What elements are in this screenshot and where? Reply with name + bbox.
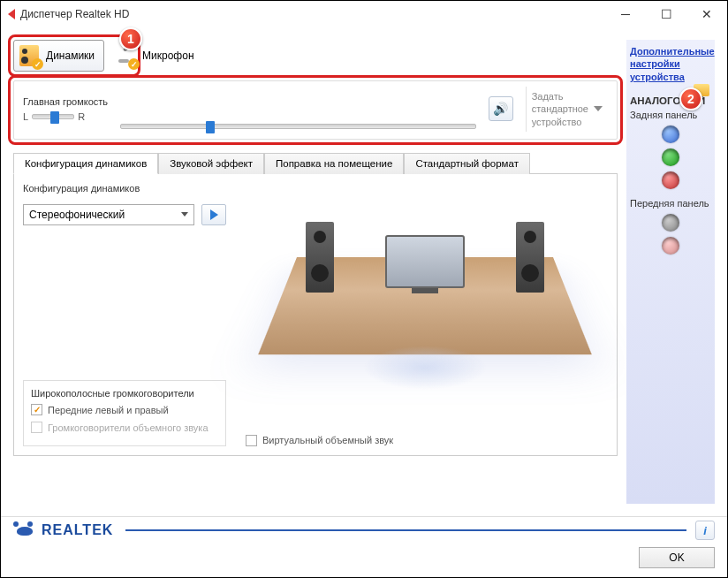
speaker-stage — [242, 183, 608, 430]
config-panel: Конфигурация динамиков Стереофонический … — [13, 173, 618, 456]
speakers-icon: ✓ — [18, 44, 41, 67]
minimize-button[interactable]: ─ — [605, 1, 646, 27]
advanced-settings-link[interactable]: Дополнительные настройки устройства — [630, 45, 711, 83]
side-panel: Дополнительные настройки устройства 2 АН… — [626, 40, 715, 504]
front-lr-label: Передние левый и правый — [48, 404, 169, 416]
speaker-right-icon[interactable] — [516, 222, 544, 293]
footer: REALTEK i — [1, 516, 727, 547]
set-default-device-dropdown[interactable]: Задать стандартное устройство — [526, 87, 608, 132]
device-tab-speakers-label: Динамики — [46, 49, 95, 62]
default-device-line: Задать — [532, 90, 588, 103]
default-device-line: устройство — [532, 116, 588, 128]
virtual-surround-label: Виртуальный объемный звук — [262, 435, 393, 445]
speaker-config-select[interactable]: Стереофонический — [23, 204, 194, 225]
balance-slider[interactable] — [32, 114, 74, 119]
chevron-down-icon — [181, 212, 188, 217]
mute-button[interactable]: 🔊 — [489, 96, 513, 121]
tab-default-format[interactable]: Стандартный формат — [404, 153, 530, 174]
tv-icon — [385, 235, 465, 288]
front-lr-checkbox[interactable]: ✓ — [31, 404, 42, 415]
device-tab-speakers[interactable]: ✓ Динамики — [13, 40, 104, 72]
speaker-config-value: Стереофонический — [29, 209, 125, 221]
virtual-surround-checkbox[interactable] — [246, 435, 257, 446]
wideband-title: Широкополосные громкоговорители — [31, 388, 218, 399]
sound-icon: 🔊 — [493, 102, 508, 116]
tab-room-correction[interactable]: Поправка на помещение — [264, 153, 404, 174]
jack-rear-blue[interactable] — [662, 125, 679, 143]
brand-label: REALTEK — [42, 522, 113, 538]
chevron-down-icon — [594, 106, 603, 111]
balance-right-label: R — [78, 111, 85, 122]
tab-speaker-config[interactable]: Конфигурация динамиков — [13, 153, 158, 174]
check-icon: ✓ — [32, 58, 43, 70]
jack-front-1[interactable] — [662, 214, 679, 232]
balance-left-label: L — [23, 111, 28, 122]
default-device-line: стандартное — [532, 103, 588, 115]
realtek-crab-icon — [13, 521, 36, 539]
rear-panel-label: Задняя панель — [630, 110, 711, 120]
config-tabs: Конфигурация динамиков Звуковой эффект П… — [13, 152, 618, 173]
divider — [125, 529, 686, 531]
check-icon: ✓ — [128, 58, 140, 70]
surround-label: Громкоговорители объемного звука — [48, 422, 209, 434]
test-play-button[interactable] — [201, 204, 226, 225]
main-volume-panel: Главная громкость L R 🔊 — [13, 80, 618, 140]
ok-button[interactable]: OK — [639, 547, 715, 568]
jack-rear-red[interactable] — [662, 171, 679, 189]
back-icon[interactable] — [8, 9, 15, 19]
volume-label: Главная громкость — [23, 96, 108, 107]
wideband-group: Широкополосные громкоговорители ✓ Передн… — [23, 380, 226, 446]
realtek-logo: REALTEK — [13, 521, 113, 539]
device-tabs: 1 ✓ Динамики ✓ Микрофон — [13, 40, 618, 72]
titlebar: Диспетчер Realtek HD ─ ☐ ✕ — [1, 1, 727, 27]
play-icon — [210, 209, 218, 220]
window-title: Диспетчер Realtek HD — [20, 8, 605, 20]
close-button[interactable]: ✕ — [686, 1, 727, 27]
maximize-button[interactable]: ☐ — [646, 1, 686, 27]
tab-sound-effect[interactable]: Звуковой эффект — [158, 153, 264, 174]
jack-front-2[interactable] — [662, 237, 679, 255]
speaker-left-icon[interactable] — [306, 222, 334, 293]
front-panel-label: Передняя панель — [630, 198, 711, 209]
jack-rear-green[interactable] — [662, 148, 679, 166]
surround-checkbox — [31, 422, 42, 433]
volume-slider[interactable] — [120, 124, 476, 129]
annotation-badge-1: 1 — [119, 27, 142, 50]
device-tab-microphone-label: Микрофон — [142, 49, 193, 62]
annotation-badge-2: 2 — [679, 87, 702, 110]
speaker-config-label: Конфигурация динамиков — [23, 183, 226, 194]
info-button[interactable]: i — [695, 521, 715, 540]
